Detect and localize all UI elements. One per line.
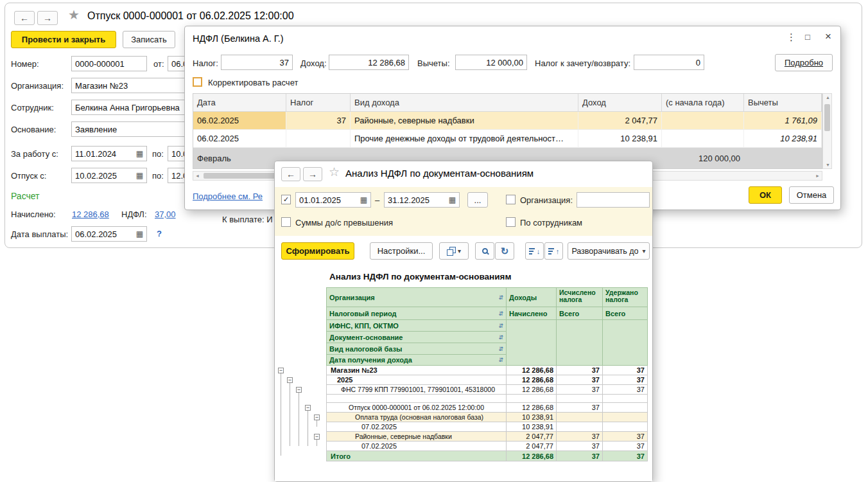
header-calculated-tax[interactable]: Исчислено налога bbox=[557, 288, 603, 307]
calendar-icon[interactable]: ▦ bbox=[358, 195, 367, 204]
menu-icon[interactable]: ⋮ bbox=[786, 31, 796, 43]
header-income[interactable]: Доходы bbox=[507, 288, 557, 307]
details-button[interactable]: Подробно bbox=[775, 54, 833, 71]
cell-ytd[interactable] bbox=[662, 112, 744, 130]
see-more-link[interactable]: Подробнее см. Ре bbox=[193, 192, 263, 201]
basis-field[interactable]: Заявление bbox=[71, 121, 185, 137]
row-empty-income[interactable] bbox=[507, 395, 557, 403]
favorite-star-icon[interactable]: ☆ bbox=[329, 165, 340, 179]
header-withheld-sub[interactable]: Всего bbox=[603, 307, 648, 320]
row-year-calculated[interactable]: 37 bbox=[557, 375, 603, 385]
row-date1-withheld[interactable] bbox=[603, 422, 648, 432]
calendar-icon[interactable]: ▦ bbox=[134, 171, 143, 180]
back-button[interactable]: ← bbox=[281, 167, 300, 181]
row-base-regional-withheld[interactable]: 37 bbox=[603, 432, 648, 442]
table-row[interactable]: 06.02.2025 Прочие денежные доходы от тру… bbox=[193, 130, 822, 148]
column-header-tax[interactable]: Налог bbox=[286, 94, 351, 112]
tree-collapse-toggle[interactable]: − bbox=[305, 405, 311, 411]
row-organization-calculated[interactable]: 37 bbox=[557, 366, 603, 375]
scroll-right-icon[interactable]: ► bbox=[815, 174, 820, 178]
scrollbar-thumb[interactable] bbox=[824, 104, 830, 131]
income-field[interactable]: 12 286,68 bbox=[329, 55, 409, 70]
tree-collapse-toggle[interactable]: − bbox=[278, 368, 284, 373]
calendar-icon[interactable]: ▦ bbox=[134, 229, 143, 238]
organization-field[interactable]: Магазин №23 bbox=[71, 78, 185, 93]
row-organization-income[interactable]: 12 286,68 bbox=[507, 366, 557, 375]
row-organization-label[interactable]: Магазин №23 bbox=[327, 366, 507, 375]
excess-sums-checkbox[interactable] bbox=[281, 217, 291, 227]
column-header-deductions[interactable]: Вычеты bbox=[744, 94, 822, 112]
vacation-from-field[interactable]: 10.02.2025▦ bbox=[71, 168, 147, 183]
column-header-ytd[interactable]: (с начала года) bbox=[662, 94, 744, 112]
by-employee-checkbox[interactable] bbox=[506, 217, 516, 227]
row-empty-calculated[interactable] bbox=[557, 395, 603, 403]
row-base-labor-income[interactable]: 10 238,91 bbox=[507, 413, 557, 422]
calendar-icon[interactable]: ▦ bbox=[446, 195, 456, 204]
row-empty-withheld[interactable] bbox=[603, 395, 648, 403]
header-tax-period[interactable]: Налоговый период⇵ bbox=[327, 307, 507, 320]
organization-checkbox[interactable] bbox=[506, 195, 516, 204]
offset-field[interactable]: 0 bbox=[634, 55, 704, 70]
row-date1-calculated[interactable] bbox=[557, 422, 603, 432]
cell-date[interactable]: 06.02.2025 bbox=[193, 130, 286, 148]
sort-icon[interactable]: ⇵ bbox=[498, 323, 503, 329]
sort-icon[interactable]: ⇵ bbox=[498, 294, 503, 301]
row-base-regional-calculated[interactable]: 37 bbox=[557, 432, 603, 442]
period-options-button[interactable]: ... bbox=[467, 192, 488, 208]
header-income-date[interactable]: Дата получения дохода⇵ bbox=[327, 355, 507, 366]
row-ifns-withheld[interactable]: 37 bbox=[603, 385, 648, 395]
row-ifns-income[interactable]: 12 286,68 bbox=[507, 385, 557, 395]
accrued-amount-link[interactable]: 12 286,68 bbox=[72, 210, 109, 219]
row-base-regional-label[interactable]: Районные, северные надбавки bbox=[327, 432, 507, 442]
pay-date-field[interactable]: 06.02.2025▦ bbox=[71, 226, 147, 242]
row-base-labor-calculated[interactable] bbox=[557, 413, 603, 422]
post-and-close-button[interactable]: Провести и закрыть bbox=[11, 31, 116, 48]
header-organization[interactable]: Организация⇵ bbox=[327, 288, 507, 307]
row-date2-label[interactable]: 07.02.2025 bbox=[327, 442, 507, 451]
cell-deductions[interactable]: 1 761,09 bbox=[744, 112, 822, 130]
cell-tax[interactable]: 37 bbox=[286, 112, 351, 130]
row-empty-label[interactable] bbox=[327, 395, 507, 403]
period-checkbox[interactable]: ✓ bbox=[281, 195, 291, 204]
header-tax-base-type[interactable]: Вид налоговой базы⇵ bbox=[327, 343, 507, 355]
row-year-withheld[interactable]: 37 bbox=[603, 375, 648, 385]
search-button[interactable] bbox=[475, 242, 494, 260]
row-document-withheld[interactable] bbox=[603, 403, 648, 413]
row-date1-income[interactable]: 10 238,91 bbox=[507, 422, 557, 432]
sort-descending-button[interactable]: ↓ bbox=[525, 242, 544, 260]
forward-button[interactable]: → bbox=[37, 11, 58, 25]
tree-collapse-toggle[interactable]: − bbox=[314, 415, 320, 420]
header-withheld-tax[interactable]: Удержано налога bbox=[603, 288, 648, 307]
maximize-icon[interactable]: □ bbox=[805, 32, 810, 42]
help-icon[interactable]: ? bbox=[157, 229, 162, 238]
settings-button[interactable]: Настройки... bbox=[370, 242, 433, 260]
tree-collapse-toggle[interactable]: − bbox=[296, 387, 302, 393]
cell-date[interactable]: 06.02.2025 bbox=[193, 112, 286, 130]
refresh-button[interactable]: ↻ bbox=[495, 242, 514, 260]
row-date2-withheld[interactable]: 37 bbox=[603, 442, 648, 451]
number-field[interactable]: 0000-000001 bbox=[71, 56, 147, 71]
tree-collapse-toggle[interactable]: − bbox=[314, 434, 320, 440]
scroll-down-icon[interactable]: ▼ bbox=[826, 163, 830, 167]
row-total-label[interactable]: Итого bbox=[327, 451, 507, 461]
column-header-date[interactable]: Дата bbox=[193, 94, 286, 112]
table-row-selected[interactable]: 06.02.2025 37 Районные, северные надбавк… bbox=[193, 112, 822, 130]
employee-field[interactable]: Белкина Анна Григорьевна bbox=[71, 100, 185, 115]
cell-income[interactable]: 10 238,91 bbox=[578, 130, 662, 148]
row-date2-income[interactable]: 2 047,77 bbox=[507, 442, 557, 451]
row-ifns-calculated[interactable]: 37 bbox=[557, 385, 603, 395]
period-to-field[interactable]: 31.12.2025▦ bbox=[384, 192, 460, 208]
header-ifns[interactable]: ИФНС, КПП, ОКТМО⇵ bbox=[327, 320, 507, 332]
row-date1-label[interactable]: 07.02.2025 bbox=[327, 422, 507, 432]
header-calculated-sub[interactable]: Всего bbox=[557, 307, 603, 320]
cell-income-type[interactable]: Районные, северные надбавки bbox=[351, 112, 578, 130]
row-year-income[interactable]: 12 286,68 bbox=[507, 375, 557, 385]
forward-button[interactable]: → bbox=[303, 167, 322, 181]
cell-income-type[interactable]: Прочие денежные доходы от трудовой деяте… bbox=[351, 130, 578, 148]
save-button[interactable]: Записать bbox=[123, 31, 175, 48]
adjust-calculation-checkbox[interactable] bbox=[193, 77, 202, 87]
row-year-label[interactable]: 2025 bbox=[327, 375, 507, 385]
row-base-regional-income[interactable]: 2 047,77 bbox=[507, 432, 557, 442]
sort-icon[interactable]: ⇵ bbox=[498, 357, 503, 363]
cancel-button[interactable]: Отмена bbox=[789, 186, 834, 204]
